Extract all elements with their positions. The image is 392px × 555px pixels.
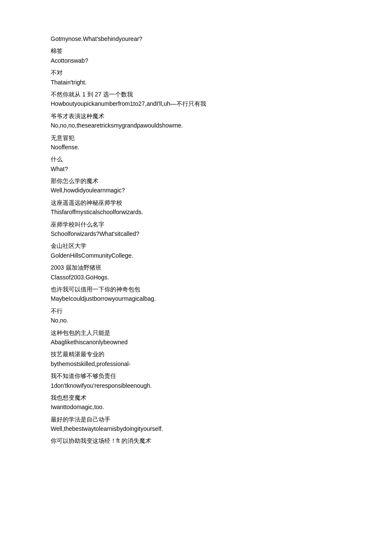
chinese-subtitle: 这座遥遥远的神秘巫师学校	[51, 198, 341, 207]
chinese-subtitle: 2003 届加油野猪班	[51, 263, 341, 272]
subtitle-pair: 爷爷才表演这种魔术No,no,no,thesearetricksmygrandp…	[51, 111, 341, 131]
subtitle-pair: 你可以协助我变这场经！ft 的消失魔术	[51, 436, 341, 445]
subtitle-pair: 那你怎么学的魔术Well,howdidyoulearnmagic?	[51, 176, 341, 195]
subtitle-pair: 我也想变魔术Iwanttodomagic,too.	[51, 393, 341, 412]
subtitle-pair: 不对Thatain'tright.	[51, 68, 341, 87]
chinese-subtitle: 我不知道你够不够负责任	[51, 371, 341, 381]
subtitle-pair: 2003 届加油野猪班Classof2003.GoHogs.	[51, 263, 341, 282]
chinese-subtitle: 你可以协助我变这场经！ft 的消失魔术	[51, 436, 341, 445]
chinese-subtitle: 什么	[51, 154, 341, 164]
english-subtitle: bythemostskilled,professional-	[51, 359, 341, 369]
english-subtitle: Iwanttodomagic,too.	[51, 402, 341, 412]
chinese-subtitle: 这种包包的主人只能是	[51, 328, 341, 337]
subtitle-pair: 不行No,no.	[51, 306, 341, 325]
subtitle-pair: 什么What?	[51, 154, 341, 174]
subtitle-pair: 不然你就从 1 到 27 选一个数我Howboutyoupickanumberf…	[51, 90, 341, 109]
english-subtitle: GoldenHillsCommunityCollege.	[51, 251, 341, 260]
subtitle-pair: 这种包包的主人只能是Abaglikethiscanonlybeowned	[51, 328, 341, 347]
chinese-subtitle: 我也想变魔术	[51, 393, 341, 402]
subtitle-pair: 也许我可以借用一下你的神奇包包MaybeIcouldjustborrowyour…	[51, 285, 341, 304]
chinese-subtitle: 不行	[51, 306, 341, 316]
chinese-subtitle: 金山社区大学	[51, 241, 341, 250]
subtitle-pair: 棉签Acottonswab?	[51, 46, 341, 65]
english-subtitle: Nooffense.	[51, 142, 341, 152]
english-subtitle: Classof2003.GoHogs.	[51, 273, 341, 282]
english-subtitle: 1don'tknowifyou'reresponsibleenough.	[51, 381, 341, 390]
chinese-subtitle: 不对	[51, 68, 341, 77]
english-subtitle: No,no.	[51, 316, 341, 325]
chinese-subtitle: 技艺最精湛最专业的	[51, 349, 341, 359]
english-subtitle: Schoolforwizards?What'sitcalled?	[51, 229, 341, 238]
subtitle-pair: 我不知道你够不够负责任1don'tknowifyou'reresponsible…	[51, 371, 341, 390]
chinese-subtitle: 棉签	[51, 46, 341, 55]
english-subtitle: MaybeIcouldjustborrowyourmagicalbag.	[51, 294, 341, 303]
chinese-subtitle: 那你怎么学的魔术	[51, 176, 341, 186]
english-subtitle: Well,thebestwaytolearnisbydoingityoursel…	[51, 424, 341, 433]
english-subtitle: Well,howdidyoulearnmagic?	[51, 186, 341, 195]
english-subtitle: Howboutyoupickanumberfrom1to27,andI'll,u…	[51, 99, 341, 108]
chinese-subtitle: 无意冒犯	[51, 133, 341, 142]
subtitle-pair: 技艺最精湛最专业的bythemostskilled,professional-	[51, 349, 341, 369]
chinese-subtitle: 不然你就从 1 到 27 选一个数我	[51, 90, 341, 99]
chinese-subtitle: 最好的学法是自己动手	[51, 415, 341, 424]
chinese-subtitle: Gotmynose.What'sbehindyourear?	[51, 34, 341, 44]
subtitle-pair: 这座遥遥远的神秘巫师学校Thisfaroffmysticalschoolforw…	[51, 198, 341, 217]
subtitle-pair: Gotmynose.What'sbehindyourear?	[51, 34, 341, 44]
english-subtitle: Thatain'tright.	[51, 78, 341, 87]
english-subtitle: Abaglikethiscanonlybeowned	[51, 337, 341, 347]
english-subtitle: Thisfaroffmysticalschoolforwizards.	[51, 207, 341, 217]
subtitle-list: Gotmynose.What'sbehindyourear?棉签Acottons…	[51, 34, 341, 446]
subtitle-pair: 巫师学校叫什么名字Schoolforwizards?What'sitcalled…	[51, 220, 341, 239]
subtitle-pair: 无意冒犯Nooffense.	[51, 133, 341, 152]
subtitle-pair: 金山社区大学GoldenHillsCommunityCollege.	[51, 241, 341, 260]
chinese-subtitle: 也许我可以借用一下你的神奇包包	[51, 285, 341, 294]
subtitle-pair: 最好的学法是自己动手Well,thebestwaytolearnisbydoin…	[51, 415, 341, 434]
english-subtitle: No,no,no,thesearetricksmygrandpawouldsho…	[51, 121, 341, 130]
english-subtitle: Acottonswab?	[51, 56, 341, 65]
chinese-subtitle: 巫师学校叫什么名字	[51, 220, 341, 229]
chinese-subtitle: 爷爷才表演这种魔术	[51, 111, 341, 121]
english-subtitle: What?	[51, 164, 341, 174]
